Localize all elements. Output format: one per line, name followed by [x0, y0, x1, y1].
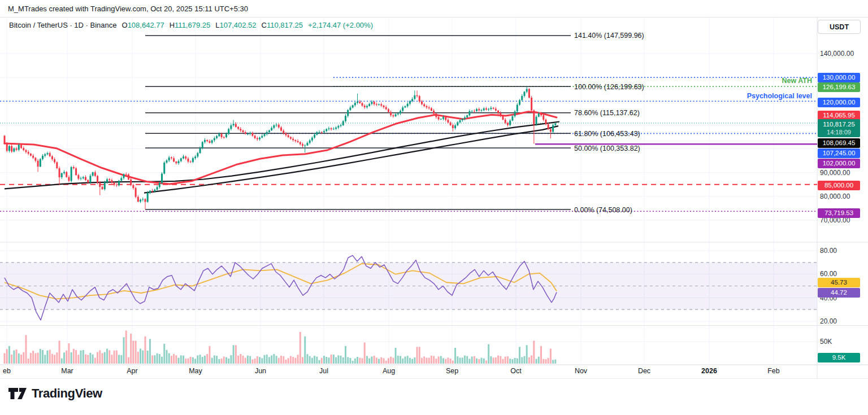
tradingview-footer: TradingView: [8, 386, 102, 401]
pane-separators: [0, 18, 868, 379]
tradingview-wordmark: TradingView: [32, 386, 102, 401]
ohlc-open: O108,642.77: [122, 21, 164, 29]
time-axis-label: eb: [3, 367, 11, 375]
fib-label: 78.60% (115,137.62): [574, 109, 640, 117]
change-value: +2,174.47 (+2.00%): [308, 21, 373, 29]
volume-bars: [4, 331, 557, 364]
symbol-legend[interactable]: Bitcoin / TetherUS · 1D · Binance O108,6…: [9, 21, 373, 29]
chart-canvas[interactable]: 141.40% (147,599.96)100.00% (126,199.63)…: [0, 0, 868, 415]
time-axis-label: Oct: [510, 367, 522, 375]
tradingview-screenshot: M_MTrades created with TradingView.com, …: [0, 0, 868, 415]
fib-label: 141.40% (147,599.96): [574, 32, 644, 40]
time-axis-label: Aug: [383, 367, 395, 375]
time-axis-label: Feb: [767, 367, 780, 375]
tradingview-logo-icon: [8, 386, 27, 401]
gridlines: [0, 18, 817, 364]
time-axis-label: 2026: [701, 367, 717, 375]
time-axis-label: May: [189, 367, 202, 375]
fib-label: 61.80% (106,453.43): [574, 130, 640, 138]
fib-label: 0.00% (74,508.00): [574, 206, 632, 214]
fib-label: 100.00% (126,199.63): [574, 83, 644, 91]
ohlc-low: L107,402.52: [215, 21, 256, 29]
time-axis[interactable]: ebMarAprMayJunJulAugSepOctNovDec2026Feb: [3, 367, 780, 375]
fib-label: 50.00% (100,353.82): [574, 145, 640, 152]
time-axis-label: Jun: [255, 367, 266, 375]
time-axis-label: Apr: [127, 367, 137, 375]
time-axis-label: Mar: [61, 367, 73, 375]
time-axis-label: Jul: [319, 367, 328, 375]
symbol-title[interactable]: Bitcoin / TetherUS · 1D · Binance: [9, 21, 117, 29]
time-axis-label: Sep: [446, 367, 458, 375]
ohlc-close: C110,817.25: [262, 21, 303, 29]
currency-toggle-button[interactable]: USDT: [818, 20, 861, 34]
time-axis-label: Nov: [575, 367, 588, 375]
fib-retracement[interactable]: 141.40% (147,599.96)100.00% (126,199.63)…: [145, 32, 644, 213]
ohlc-high: H111,679.25: [170, 21, 211, 29]
time-axis-label: Dec: [638, 367, 650, 375]
